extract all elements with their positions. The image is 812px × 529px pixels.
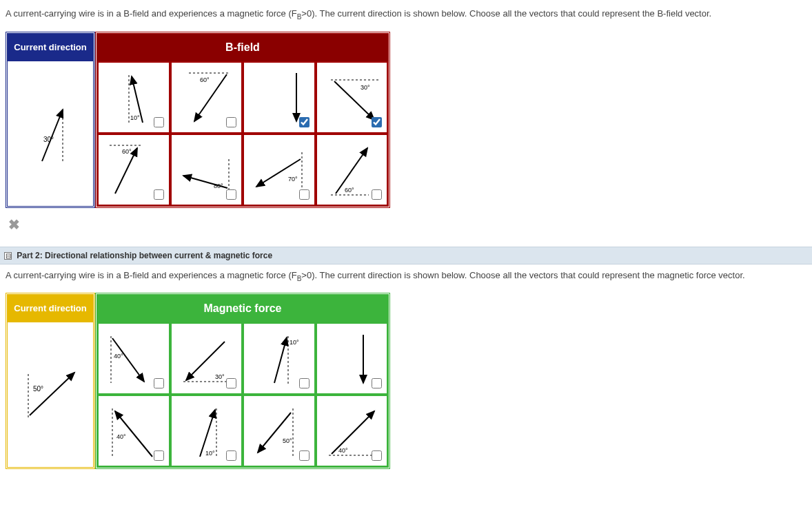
q1-text-a: A current-carrying wire is in a B-field … xyxy=(6,8,297,19)
p1-choice-header: B-field xyxy=(97,34,388,61)
part1-question: A current-carrying wire is in a B-field … xyxy=(6,8,806,21)
p2-opt-2-angle: 30° xyxy=(215,373,225,380)
p2-opt-8-angle: 40° xyxy=(338,447,348,454)
p1-choice-col: B-field 10° 60° xyxy=(95,32,390,208)
p2-opt-5-check[interactable] xyxy=(154,450,164,461)
part2-question: A current-carrying wire is in a B-field … xyxy=(6,270,806,282)
svg-line-24 xyxy=(274,338,287,383)
p1-opt-4-angle: 30° xyxy=(361,84,370,91)
svg-line-31 xyxy=(258,413,291,453)
p1-opt-1-angle: 10° xyxy=(130,114,140,121)
p1-ref-cell: 30° xyxy=(8,61,93,206)
p1-opt-4: 30° xyxy=(316,61,389,134)
p1-opt-5: 60° xyxy=(97,134,170,206)
p2-opt-7-check[interactable] xyxy=(299,450,309,461)
p1-opt-1: 10° xyxy=(97,61,170,134)
p1-opt-6-angle: 80° xyxy=(214,183,223,189)
part2-toggle-icon[interactable]: ⊟ xyxy=(4,252,12,260)
p1-opt-4-check[interactable] xyxy=(372,117,382,127)
p1-row2: 60° 80° 70° xyxy=(97,134,388,206)
p2-opt-5: 40° xyxy=(97,395,170,467)
p1-opt-8-angle: 60° xyxy=(345,187,354,194)
p2-opt-7: 50° xyxy=(243,395,316,467)
p1-ref-diagram: 30° xyxy=(16,99,85,168)
p2-opt-7-angle: 50° xyxy=(283,437,292,444)
p1-opt-2-check[interactable] xyxy=(226,117,236,127)
p1-opt-1-check[interactable] xyxy=(154,117,164,127)
p2-ref-cell: 50° xyxy=(8,322,93,467)
p2-row2: 40° 10° 50° xyxy=(97,395,388,467)
p2-opt-8-check[interactable] xyxy=(372,450,382,461)
p1-opt-6-check[interactable] xyxy=(226,189,236,200)
p2-choice-header: Magnetic force xyxy=(97,295,388,322)
p1-opt-3 xyxy=(243,61,316,134)
p2-opt-6-check[interactable] xyxy=(226,450,236,461)
p1-ref-angle-label: 30° xyxy=(43,136,54,143)
part1-grid: Current direction 30° B-field 10° xyxy=(6,32,806,208)
svg-line-14 xyxy=(256,159,301,187)
p1-opt-7-angle: 70° xyxy=(288,176,298,183)
p1-opt-7: 70° xyxy=(243,134,316,206)
p2-opt-3: 10° xyxy=(243,322,316,395)
p2-opt-3-check[interactable] xyxy=(299,378,309,388)
q1-text-b: >0). The current direction is shown belo… xyxy=(301,8,711,19)
p2-ref-header: Current direction xyxy=(8,295,93,322)
part2-grid: Current direction 50° Magnetic force 40° xyxy=(6,293,806,469)
p2-opt-6: 10° xyxy=(170,395,243,467)
p2-row1: 40° 30° 10° xyxy=(97,322,388,395)
p1-opt-8: 60° xyxy=(316,134,389,206)
svg-line-18 xyxy=(30,373,74,415)
svg-line-20 xyxy=(112,338,144,382)
p2-opt-2-check[interactable] xyxy=(226,378,236,388)
p1-opt-6: 80° xyxy=(170,134,243,206)
part2-header-text: Part 2: Directional relationship between… xyxy=(17,251,272,260)
p1-opt-7-check[interactable] xyxy=(299,189,309,200)
p2-opt-2: 30° xyxy=(170,322,243,395)
p2-choice-col: Magnetic force 40° 30° xyxy=(95,293,390,469)
p1-opt-2: 60° xyxy=(170,61,243,134)
p2-opt-1-angle: 40° xyxy=(114,353,123,360)
q2-text-b: >0). The current direction is shown belo… xyxy=(301,270,744,280)
part1-result-icon: ✖ xyxy=(8,216,806,233)
p2-opt-3-angle: 10° xyxy=(290,339,299,346)
p2-ref-angle-label: 50° xyxy=(33,385,43,393)
p1-ref-col: Current direction 30° xyxy=(6,32,95,208)
p2-opt-4 xyxy=(316,322,389,395)
q2-text-a: A current-carrying wire is in a B-field … xyxy=(6,270,297,280)
p2-opt-6-angle: 10° xyxy=(205,450,215,457)
p2-ref-col: Current direction 50° xyxy=(6,293,95,469)
p2-opt-1: 40° xyxy=(97,322,170,395)
p2-opt-1-check[interactable] xyxy=(154,378,164,388)
p1-opt-2-angle: 60° xyxy=(200,76,210,83)
p1-opt-8-check[interactable] xyxy=(372,189,382,200)
p2-opt-8: 40° xyxy=(316,395,389,467)
p2-opt-4-check[interactable] xyxy=(372,378,382,388)
p1-opt-5-angle: 60° xyxy=(122,148,132,155)
p2-ref-diagram: 50° xyxy=(16,360,85,429)
part2-header: ⊟ Part 2: Directional relationship betwe… xyxy=(0,247,812,264)
p1-opt-5-check[interactable] xyxy=(154,189,164,200)
p1-ref-header: Current direction xyxy=(8,34,93,61)
p1-opt-3-check[interactable] xyxy=(299,117,309,127)
p2-opt-5-angle: 40° xyxy=(116,433,126,440)
p1-row1: 10° 60° xyxy=(97,61,388,134)
